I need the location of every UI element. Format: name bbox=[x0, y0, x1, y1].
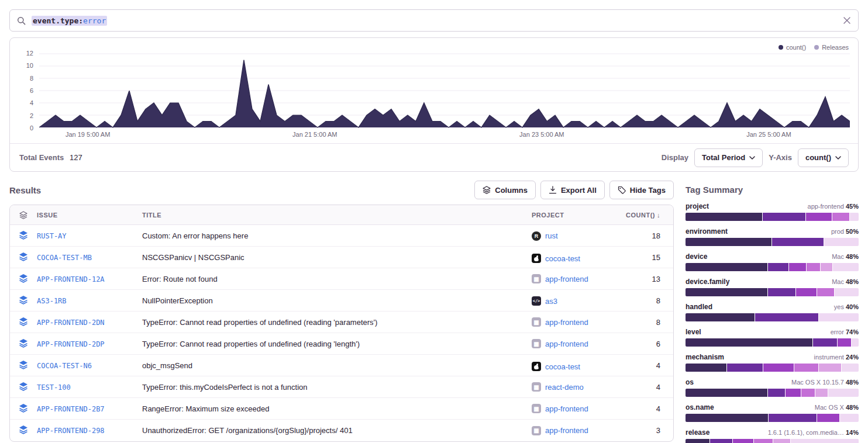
tag-summary-item[interactable]: project app-frontend 45% bbox=[686, 202, 859, 221]
tag-distribution-bar[interactable] bbox=[686, 389, 859, 397]
y-axis-dropdown[interactable]: count() bbox=[798, 148, 849, 167]
project-link[interactable]: app-frontend bbox=[545, 404, 588, 413]
project-link[interactable]: as3 bbox=[545, 297, 557, 306]
issue-link[interactable]: RUST-AY bbox=[37, 232, 67, 240]
export-all-button[interactable]: Export All bbox=[540, 181, 605, 199]
tag-bar-segment[interactable] bbox=[772, 238, 824, 246]
tag-summary-item[interactable]: mechanism instrument 24% bbox=[686, 353, 859, 372]
tag-bar-segment[interactable] bbox=[832, 213, 849, 221]
tag-distribution-bar[interactable] bbox=[686, 238, 859, 246]
tag-bar-segment[interactable] bbox=[769, 414, 817, 422]
tag-bar-segment[interactable] bbox=[768, 263, 788, 271]
tag-bar-segment[interactable] bbox=[768, 389, 785, 397]
issue-link[interactable]: APP-FRONTEND-2DN bbox=[37, 319, 105, 327]
clear-search-icon[interactable] bbox=[843, 16, 851, 25]
tag-bar-segment[interactable] bbox=[806, 213, 832, 221]
tag-summary-item[interactable]: os.name Mac OS X 48% bbox=[686, 403, 859, 422]
tag-bar-segment[interactable] bbox=[817, 288, 834, 296]
tag-summary-item[interactable]: device.family Mac 48% bbox=[686, 278, 859, 296]
table-row[interactable]: TEST-100 TypeError: this.myCodeIsPerfect… bbox=[10, 376, 673, 398]
project-link[interactable]: cocoa-test bbox=[545, 362, 580, 371]
tag-distribution-bar[interactable] bbox=[686, 364, 859, 372]
tag-bar-segment[interactable] bbox=[833, 263, 859, 271]
table-row[interactable]: RUST-AY Custom: An error happens here R … bbox=[10, 225, 673, 247]
tag-bar-segment[interactable] bbox=[791, 439, 859, 443]
tag-bar-segment[interactable] bbox=[824, 238, 859, 246]
table-row[interactable]: APP-FRONTEND-2DP TypeError: Cannot read … bbox=[10, 333, 673, 355]
tag-bar-segment[interactable] bbox=[815, 389, 827, 397]
tag-bar-segment[interactable] bbox=[686, 313, 755, 321]
tag-bar-segment[interactable] bbox=[754, 439, 773, 443]
project-link[interactable]: cocoa-test bbox=[545, 254, 580, 263]
project-link[interactable]: react-demo bbox=[545, 383, 584, 392]
search-bar[interactable]: event.type:error bbox=[9, 9, 859, 32]
search-token[interactable]: event.type:error bbox=[32, 16, 107, 26]
issue-link[interactable]: COCOA-TEST-N6 bbox=[37, 362, 92, 370]
header-title[interactable]: TITLE bbox=[142, 205, 532, 225]
legend-count[interactable]: count() bbox=[779, 44, 806, 51]
issue-link[interactable]: COCOA-TEST-MB bbox=[37, 254, 92, 262]
tag-bar-segment[interactable] bbox=[686, 238, 771, 246]
table-row[interactable]: COCOA-TEST-N6 objc_msgSend cocoa-test 4 bbox=[10, 355, 673, 376]
issue-link[interactable]: AS3-1RB bbox=[37, 297, 67, 305]
hide-tags-button[interactable]: Hide Tags bbox=[609, 181, 674, 199]
table-row[interactable]: APP-FRONTEND-298 UnauthorizedError: GET … bbox=[10, 420, 673, 441]
issue-link[interactable]: APP-FRONTEND-298 bbox=[37, 427, 105, 435]
tag-summary-item[interactable]: level error 74% bbox=[686, 328, 859, 347]
tag-bar-segment[interactable] bbox=[763, 213, 805, 221]
header-project[interactable]: PROJECT bbox=[532, 205, 619, 225]
tag-bar-segment[interactable] bbox=[852, 338, 859, 347]
tag-distribution-bar[interactable] bbox=[686, 313, 859, 321]
issue-link[interactable]: APP-FRONTEND-2DP bbox=[37, 340, 105, 348]
issue-link[interactable]: TEST-100 bbox=[37, 383, 71, 392]
tag-bar-segment[interactable] bbox=[686, 364, 726, 372]
tag-summary-item[interactable]: os Mac OS X 10.15.7 48% bbox=[686, 378, 859, 397]
tag-bar-segment[interactable] bbox=[840, 414, 859, 422]
tag-bar-segment[interactable] bbox=[773, 439, 790, 443]
tag-distribution-bar[interactable] bbox=[686, 213, 859, 221]
tag-summary-item[interactable]: release 1.6.1 (1.6.1), com.media… 14% bbox=[686, 428, 859, 443]
tag-bar-segment[interactable] bbox=[710, 439, 732, 443]
tag-bar-segment[interactable] bbox=[686, 338, 812, 347]
project-link[interactable]: app-frontend bbox=[545, 340, 588, 348]
tag-summary-item[interactable]: environment prod 50% bbox=[686, 227, 859, 246]
project-link[interactable]: rust bbox=[545, 231, 558, 240]
tag-bar-segment[interactable] bbox=[828, 389, 859, 397]
issue-link[interactable]: APP-FRONTEND-2B7 bbox=[37, 405, 105, 413]
tag-bar-segment[interactable] bbox=[789, 263, 806, 271]
tag-bar-segment[interactable] bbox=[794, 364, 818, 372]
tag-bar-segment[interactable] bbox=[768, 288, 795, 296]
tag-bar-segment[interactable] bbox=[801, 389, 815, 397]
tag-bar-segment[interactable] bbox=[763, 364, 794, 372]
tag-bar-segment[interactable] bbox=[817, 414, 839, 422]
tag-bar-segment[interactable] bbox=[686, 414, 768, 422]
tag-bar-segment[interactable] bbox=[807, 263, 820, 271]
tag-distribution-bar[interactable] bbox=[686, 263, 859, 271]
tag-summary-item[interactable]: handled yes 40% bbox=[686, 303, 859, 321]
project-link[interactable]: app-frontend bbox=[545, 275, 588, 283]
tag-bar-segment[interactable] bbox=[819, 313, 859, 321]
tag-bar-segment[interactable] bbox=[819, 364, 841, 372]
tag-bar-segment[interactable] bbox=[842, 364, 859, 372]
columns-button[interactable]: Columns bbox=[474, 181, 536, 199]
tag-bar-segment[interactable] bbox=[821, 263, 832, 271]
tag-bar-segment[interactable] bbox=[727, 364, 763, 372]
tag-bar-segment[interactable] bbox=[838, 338, 851, 347]
project-link[interactable]: app-frontend bbox=[545, 426, 588, 435]
tag-bar-segment[interactable] bbox=[835, 288, 859, 296]
tag-bar-segment[interactable] bbox=[796, 288, 817, 296]
table-row[interactable]: APP-FRONTEND-12A Error: Route not found … bbox=[10, 268, 673, 290]
header-issue[interactable]: ISSUE bbox=[37, 205, 142, 225]
tag-summary-item[interactable]: device Mac 48% bbox=[686, 252, 859, 271]
tag-bar-segment[interactable] bbox=[755, 313, 819, 321]
search-input[interactable]: event.type:error bbox=[32, 16, 837, 25]
tag-distribution-bar[interactable] bbox=[686, 288, 859, 296]
legend-releases[interactable]: Releases bbox=[814, 44, 849, 51]
tag-bar-segment[interactable] bbox=[686, 439, 709, 443]
tag-distribution-bar[interactable] bbox=[686, 439, 859, 443]
header-count[interactable]: COUNT()↓ bbox=[619, 205, 673, 225]
tag-bar-segment[interactable] bbox=[686, 288, 767, 296]
table-row[interactable]: AS3-1RB NullPointerException </> as3 8 bbox=[10, 290, 673, 312]
tag-bar-segment[interactable] bbox=[686, 213, 762, 221]
display-dropdown[interactable]: Total Period bbox=[694, 148, 763, 167]
